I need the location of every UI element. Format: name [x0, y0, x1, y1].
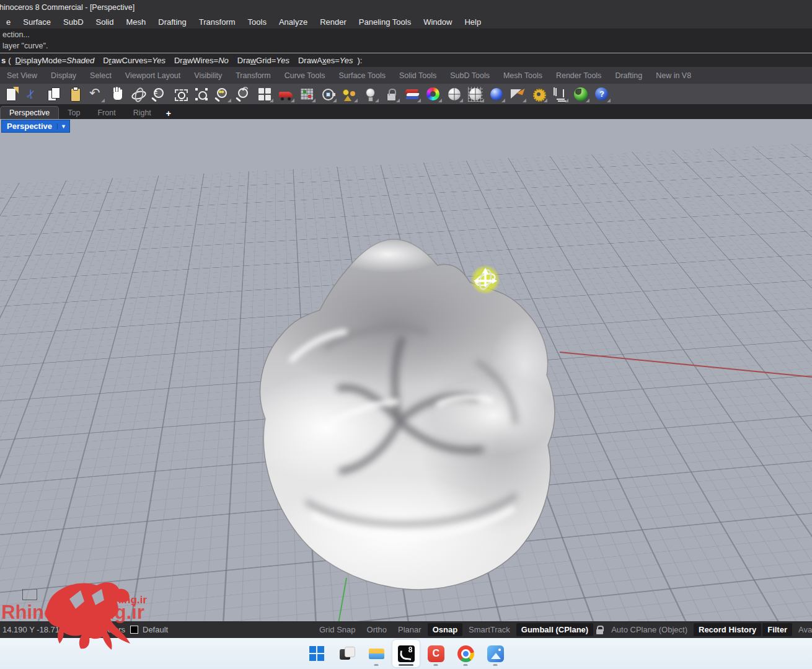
menu-item-surface[interactable]: Surface — [17, 16, 57, 28]
toolbar-button-help-icon[interactable]: ? — [591, 84, 612, 104]
toolbar-tab-drafting[interactable]: Drafting — [608, 69, 649, 82]
toolbar-button-light-bulb-icon[interactable] — [360, 84, 381, 104]
viewport-canvas[interactable]: Perspective▼ — [0, 119, 812, 621]
toolbar-button-zoom-window-icon[interactable] — [170, 84, 191, 104]
prompt-option[interactable]: DisplayMode=Shaded — [15, 56, 95, 65]
viewport-title-dropdown[interactable]: Perspective▼ — [1, 120, 70, 133]
toolbar-icon — [278, 87, 293, 102]
viewport-tab-bar: Perspective Top Front Right + — [0, 104, 812, 119]
toolbar-button-pan-hand-icon[interactable] — [107, 84, 128, 104]
toolbar-button-wireframe-sphere-icon[interactable] — [444, 84, 465, 104]
toolbar-tab-select[interactable]: Select — [83, 69, 118, 82]
toolbar-button-car-icon[interactable] — [275, 84, 296, 104]
taskbar-button-rhino[interactable] — [392, 640, 420, 667]
menu-item-analyze[interactable]: Analyze — [273, 16, 314, 28]
menu-item-render[interactable]: Render — [314, 16, 353, 28]
prompt-options: DisplayMode=Shaded DrawCurves=Yes DrawWi… — [11, 56, 358, 65]
toolbar-tab-visibility[interactable]: Visibility — [187, 69, 229, 82]
toolbar-button-lock-icon[interactable] — [381, 84, 402, 104]
toolbar-button-cplane-origin-icon[interactable] — [317, 84, 338, 104]
cplane-corner-indicator — [22, 589, 37, 600]
toolbar-button-spotlight-icon[interactable] — [507, 84, 528, 104]
status-pane-ava[interactable]: Ava — [793, 623, 812, 636]
menu-item-drafting[interactable]: Drafting — [152, 16, 193, 28]
toolbar-icon — [552, 87, 567, 102]
menu-item-help[interactable]: Help — [458, 16, 487, 28]
rotate-view-cursor — [466, 260, 505, 299]
toolbar-tab-subd-tools[interactable]: SubD Tools — [443, 69, 496, 82]
toolbar-tab-mesh-tools[interactable]: Mesh Tools — [496, 69, 549, 82]
toolbar-button-rendered-sphere-icon[interactable] — [486, 84, 507, 104]
taskbar-button-photos[interactable] — [482, 640, 509, 667]
toolbar-tab-curve-tools[interactable]: Curve Tools — [278, 69, 332, 82]
toolbar-button-dimension-icon[interactable] — [549, 84, 570, 104]
status-pane-smarttrack[interactable]: SmartTrack — [464, 623, 515, 636]
toolbar-button-layers-icon[interactable] — [402, 84, 423, 104]
toolbar-button-copy-icon[interactable] — [43, 84, 64, 104]
toolbar-button-cplane-grid-icon[interactable] — [296, 84, 317, 104]
toolbar-button-shaded-sphere-grid-icon[interactable] — [465, 84, 486, 104]
menu-item-paneling-tools[interactable]: Paneling Tools — [353, 16, 417, 28]
toolbar-button-viewport-layout-icon[interactable] — [254, 84, 275, 104]
menu-item-mesh[interactable]: Mesh — [120, 16, 152, 28]
current-layer-pane[interactable]: Default — [130, 621, 168, 638]
taskbar-button-start[interactable] — [303, 640, 330, 667]
status-pane-osnap[interactable]: Osnap — [428, 623, 462, 636]
status-pane-auto-cplane-object[interactable]: Auto CPlane (Object) — [606, 623, 692, 636]
status-pane-gumball-cplane[interactable]: Gumball (CPlane) — [516, 623, 593, 636]
taskbar-button-task-view[interactable] — [333, 640, 360, 667]
menu-item-window[interactable]: Window — [417, 16, 458, 28]
units-pane[interactable]: Millimeters — [87, 621, 125, 638]
toolbar-tab-solid-tools[interactable]: Solid Tools — [392, 69, 443, 82]
taskbar-icon — [368, 645, 385, 662]
add-viewport-tab-button[interactable]: + — [160, 108, 177, 119]
prompt-option[interactable]: DrawAxes=Yes — [298, 56, 353, 65]
status-pane-filter[interactable]: Filter — [762, 623, 792, 636]
status-pane-status-lock-icon[interactable] — [594, 624, 605, 636]
status-pane-grid-snap[interactable]: Grid Snap — [314, 623, 361, 636]
toolbar-tab-transform[interactable]: Transform — [229, 69, 278, 82]
taskbar-icon — [487, 645, 504, 662]
toolbar-button-selection-filter-icon[interactable] — [338, 84, 360, 104]
status-pane-planar[interactable]: Planar — [393, 623, 426, 636]
title-bar: hinoceros 8 Commercial - [Perspective] — [0, 0, 812, 15]
toolbar-button-zoom-icon[interactable]: ± — [149, 84, 170, 104]
taskbar-button-chrome[interactable] — [452, 640, 479, 667]
viewport-tab-top[interactable]: Top — [59, 107, 89, 119]
toolbar-tab-new-in-v8[interactable]: New in V8 — [649, 69, 698, 82]
toolbar-tab-render-tools[interactable]: Render Tools — [549, 69, 608, 82]
toolbar-button-options-gear-icon[interactable] — [528, 84, 549, 104]
menu-item-subd[interactable]: SubD — [57, 16, 90, 28]
viewport-tab-front[interactable]: Front — [89, 107, 124, 119]
toolbar-tab-viewport-layout[interactable]: Viewport Layout — [118, 69, 187, 82]
toolbar-button-zoom-extents-icon[interactable] — [191, 84, 212, 104]
viewport-tab-perspective[interactable]: Perspective — [0, 106, 59, 119]
toolbar-button-undo-view-icon[interactable]: ↶ — [233, 84, 254, 104]
toolbar-button-cut-scissors-icon[interactable] — [22, 84, 43, 104]
toolbar-tab-surface-tools[interactable]: Surface Tools — [332, 69, 392, 82]
taskbar-button-camtasia[interactable] — [422, 640, 449, 667]
toolbar-button-rotate-view-icon[interactable] — [128, 84, 149, 104]
toolbar-button-color-wheel-icon[interactable] — [423, 84, 444, 104]
prompt-option[interactable]: DrawGrid=Yes — [237, 56, 289, 65]
menu-item-solid[interactable]: Solid — [90, 16, 120, 28]
toolbar-button-new-file-icon[interactable] — [1, 84, 22, 104]
menu-item-transform[interactable]: Transform — [193, 16, 242, 28]
menu-item-tools[interactable]: Tools — [242, 16, 273, 28]
chevron-down-icon[interactable]: ▼ — [57, 123, 69, 130]
toolbar-button-paste-clipboard-icon[interactable] — [64, 84, 86, 104]
toolbar-button-render-globe-icon[interactable] — [570, 84, 591, 104]
status-pane-ortho[interactable]: Ortho — [362, 623, 392, 636]
tooth-model-3d[interactable] — [233, 236, 568, 595]
taskbar-button-file-explorer[interactable] — [363, 640, 390, 667]
status-pane-record-history[interactable]: Record History — [694, 623, 761, 636]
viewport-tab-right[interactable]: Right — [125, 107, 160, 119]
toolbar-tab-set-view[interactable]: Set View — [0, 69, 44, 82]
toolbar-button-zoom-selected-icon[interactable]: ●● — [212, 84, 233, 104]
command-prompt[interactable]: s ( DisplayMode=Shaded DrawCurves=Yes Dr… — [0, 53, 812, 67]
toolbar-tab-display[interactable]: Display — [44, 69, 83, 82]
toolbar-button-undo-icon[interactable] — [86, 84, 107, 104]
prompt-option[interactable]: DrawCurves=Yes — [103, 56, 165, 65]
menu-item-e[interactable]: e — [0, 16, 17, 28]
prompt-option[interactable]: DrawWires=No — [174, 56, 229, 65]
